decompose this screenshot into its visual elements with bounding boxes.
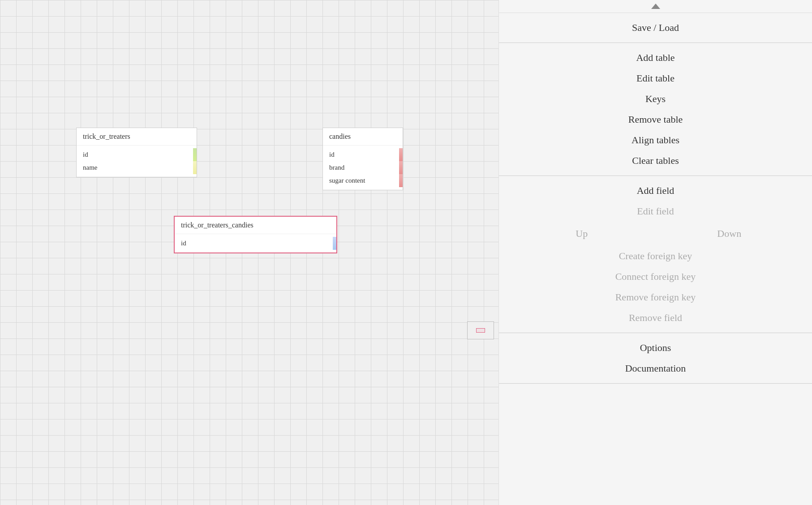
save-load-section: Save / Load (499, 13, 812, 43)
field-candies-sugar-label: sugar content (329, 177, 365, 184)
minimap (467, 321, 494, 339)
clear-tables-button[interactable]: Clear tables (499, 150, 812, 171)
up-button[interactable]: Up (508, 223, 656, 244)
table-junction[interactable]: trick_or_treaters_candies id (174, 216, 337, 253)
fields-trick: id name (77, 146, 197, 177)
collapse-section[interactable] (499, 0, 812, 13)
field-junction-id[interactable]: id (175, 237, 336, 250)
options-button[interactable]: Options (499, 338, 812, 358)
fields-junction: id (175, 234, 336, 252)
field-candies-brand-label: brand (329, 164, 344, 171)
field-trick-id[interactable]: id (77, 148, 197, 161)
field-trick-id-label: id (83, 151, 88, 158)
up-down-row: Up Down (499, 222, 812, 246)
field-candies-id[interactable]: id (323, 148, 403, 161)
field-candies-sugar-indicator (399, 174, 403, 187)
edit-field-button[interactable]: Edit field (499, 201, 812, 222)
field-trick-name-label: name (83, 164, 97, 171)
create-foreign-key-button[interactable]: Create foreign key (499, 246, 812, 266)
add-table-button[interactable]: Add table (499, 47, 812, 68)
table-title-candies: candies (323, 128, 403, 146)
edit-table-button[interactable]: Edit table (499, 68, 812, 89)
documentation-button[interactable]: Documentation (499, 358, 812, 379)
table-operations-section: Add table Edit table Keys Remove table A… (499, 43, 812, 176)
minimap-viewport (476, 328, 485, 333)
field-trick-name-indicator (193, 161, 197, 174)
table-title-trick: trick_or_treaters (77, 128, 197, 146)
sidebar: Save / Load Add table Edit table Keys Re… (498, 0, 812, 505)
field-trick-name[interactable]: name (77, 161, 197, 174)
field-operations-section: Add field Edit field Up Down Create fore… (499, 176, 812, 333)
field-trick-id-indicator (193, 148, 197, 161)
canvas[interactable]: trick_or_treaters id name candies id bra… (0, 0, 498, 505)
save-load-button[interactable]: Save / Load (499, 17, 812, 38)
chevron-up-icon (651, 4, 660, 9)
table-candies[interactable]: candies id brand sugar content (322, 128, 403, 190)
field-candies-brand[interactable]: brand (323, 161, 403, 174)
remove-foreign-key-button[interactable]: Remove foreign key (499, 287, 812, 308)
fields-candies: id brand sugar content (323, 146, 403, 190)
table-trick-or-treaters[interactable]: trick_or_treaters id name (76, 128, 197, 177)
field-candies-sugar[interactable]: sugar content (323, 174, 403, 187)
remove-table-button[interactable]: Remove table (499, 109, 812, 130)
table-title-junction: trick_or_treaters_candies (175, 217, 336, 234)
field-candies-id-indicator (399, 148, 403, 161)
field-junction-id-indicator (333, 237, 336, 250)
align-tables-button[interactable]: Align tables (499, 130, 812, 150)
field-junction-id-label: id (181, 240, 186, 247)
field-candies-id-label: id (329, 151, 335, 158)
options-section: Options Documentation (499, 333, 812, 384)
keys-button[interactable]: Keys (499, 89, 812, 109)
remove-field-button[interactable]: Remove field (499, 308, 812, 328)
add-field-button[interactable]: Add field (499, 180, 812, 201)
down-button[interactable]: Down (656, 223, 803, 244)
field-candies-brand-indicator (399, 161, 403, 174)
connect-foreign-key-button[interactable]: Connect foreign key (499, 266, 812, 287)
